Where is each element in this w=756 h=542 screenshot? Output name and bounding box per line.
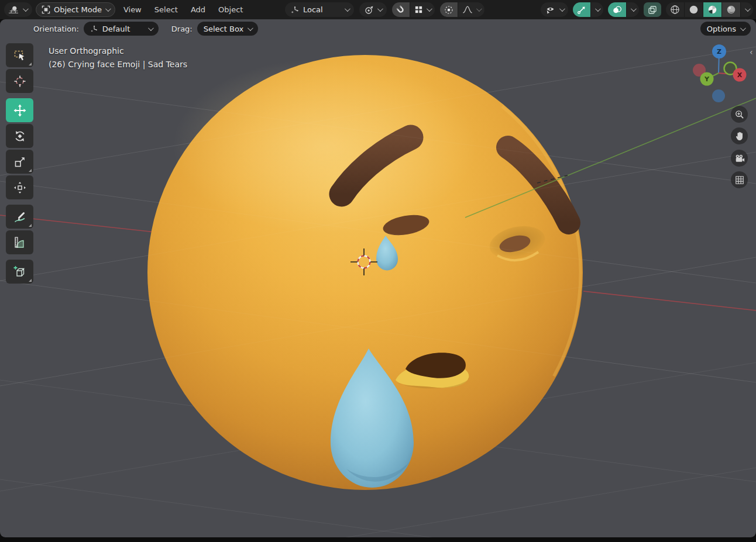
menu-object[interactable]: Object — [214, 3, 248, 16]
gizmo-x-label: X — [737, 71, 743, 79]
sidebar-toggle-arrow[interactable]: ‹ — [750, 48, 753, 56]
chevron-down-icon — [740, 25, 746, 31]
tool-rotate[interactable] — [6, 124, 33, 148]
tool-transform[interactable] — [6, 175, 33, 199]
overlays-circles-icon — [612, 5, 622, 15]
shading-rendered-button[interactable] — [721, 2, 740, 17]
proportional-editing-icon — [444, 5, 453, 15]
gizmos-group — [573, 2, 603, 17]
tool-orientation-value: Default — [102, 25, 144, 33]
tool-settings-bar: Orientation: Default Drag: Select Box Op… — [0, 19, 756, 38]
pan-hand-icon — [735, 131, 744, 141]
chevron-down-icon — [476, 6, 482, 12]
menu-select[interactable]: Select — [150, 3, 183, 16]
menu-add[interactable]: Add — [186, 3, 210, 16]
viewport-text-overlay: User Orthographic (26) Crying face Emoji… — [49, 44, 187, 71]
ortho-toggle-button[interactable] — [731, 171, 748, 188]
menu-view[interactable]: View — [119, 3, 146, 16]
show-object-types-eye-icon — [545, 5, 556, 14]
ortho-grid-icon — [735, 175, 744, 185]
orientation-default-icon — [90, 25, 98, 33]
active-object-text: (26) Crying face Emoji | Sad Tears — [49, 58, 187, 71]
options-label: Options — [707, 25, 736, 33]
overlays-dropdown[interactable] — [626, 2, 639, 17]
3d-viewport-icon — [8, 5, 19, 15]
add-cube-icon — [13, 265, 27, 279]
snap-increment-icon — [414, 5, 423, 14]
3d-cursor-icon — [13, 74, 27, 88]
mode-dropdown[interactable]: Object Mode — [36, 2, 115, 17]
tool-measure[interactable] — [6, 230, 33, 254]
options-dropdown[interactable]: Options — [700, 22, 751, 36]
viewport-canvas[interactable] — [0, 19, 756, 537]
show-gizmos-toggle[interactable] — [573, 2, 590, 17]
chevron-down-icon — [23, 6, 29, 12]
xray-squares-icon — [648, 5, 657, 15]
chevron-down-icon — [345, 6, 350, 12]
rotate-icon — [13, 129, 27, 143]
object-mode-icon — [42, 5, 50, 14]
scale-icon — [13, 155, 27, 169]
chevron-down-icon — [559, 6, 565, 12]
tool-add-cube[interactable] — [6, 260, 33, 284]
tool-cursor[interactable] — [6, 69, 33, 93]
zoom-icon — [734, 109, 744, 119]
material-preview-icon — [707, 5, 717, 15]
chevron-down-icon — [595, 6, 601, 12]
snap-toggle[interactable] — [392, 2, 410, 17]
tool-annotate[interactable] — [6, 205, 33, 229]
shading-dropdown[interactable] — [740, 2, 753, 17]
snapping-group — [392, 2, 435, 17]
3d-viewport[interactable] — [0, 19, 756, 537]
move-icon — [13, 103, 27, 118]
gizmo-neg-z-ball[interactable] — [712, 89, 725, 102]
overlays-group — [608, 2, 639, 17]
shading-material-button[interactable] — [703, 2, 721, 17]
drag-mode-dropdown[interactable]: Select Box — [197, 22, 258, 36]
pan-button[interactable] — [731, 127, 748, 144]
status-bar — [0, 537, 756, 542]
shading-mode-group — [666, 2, 753, 17]
editor-type-button[interactable] — [4, 2, 32, 17]
pivot-point-icon — [365, 5, 374, 15]
toolbar — [6, 43, 34, 284]
gizmo-z-label: Z — [717, 48, 721, 56]
tool-orientation-dropdown[interactable]: Default — [84, 22, 159, 36]
falloff-dropdown[interactable] — [458, 2, 484, 17]
transform-orientation-dropdown[interactable]: Local — [285, 2, 354, 17]
drag-value: Select Box — [204, 25, 243, 33]
proportional-editing-toggle[interactable] — [440, 2, 458, 17]
camera-view-button[interactable] — [731, 150, 748, 167]
proportional-editing-group — [440, 2, 484, 17]
wireframe-icon — [670, 5, 680, 15]
chevron-down-icon — [148, 25, 154, 31]
show-overlays-toggle[interactable] — [608, 2, 626, 17]
navigation-gizmo[interactable]: Z Y X — [689, 44, 750, 105]
orientation-value: Local — [303, 5, 341, 14]
chevron-down-icon — [631, 6, 637, 12]
drag-label: Drag: — [171, 25, 193, 33]
tool-scale[interactable] — [6, 150, 33, 174]
orientation-axes-icon — [290, 5, 300, 14]
magnet-icon — [396, 5, 406, 15]
tool-move[interactable] — [6, 98, 33, 122]
toggle-xray-button[interactable] — [644, 2, 661, 17]
object-visibility-dropdown[interactable] — [541, 2, 568, 17]
shading-wireframe-button[interactable] — [666, 2, 684, 17]
viewport-header: Object Mode View Select Add Object Local — [0, 0, 756, 19]
chevron-down-icon — [105, 6, 111, 12]
view-name-text: User Orthographic — [49, 44, 187, 58]
rendered-icon — [726, 5, 736, 15]
tool-select-box[interactable] — [6, 43, 33, 67]
chevron-down-icon — [377, 6, 383, 12]
pivot-point-dropdown[interactable] — [359, 2, 387, 17]
mode-label: Object Mode — [54, 5, 102, 14]
zoom-button[interactable] — [731, 106, 748, 123]
gizmos-dropdown[interactable] — [590, 2, 603, 17]
shading-solid-button[interactable] — [684, 2, 703, 17]
chevron-down-icon — [427, 6, 432, 12]
snap-target-dropdown[interactable] — [410, 2, 435, 17]
transform-icon — [13, 181, 27, 195]
select-box-icon — [13, 49, 27, 63]
chevron-down-icon — [248, 25, 253, 31]
